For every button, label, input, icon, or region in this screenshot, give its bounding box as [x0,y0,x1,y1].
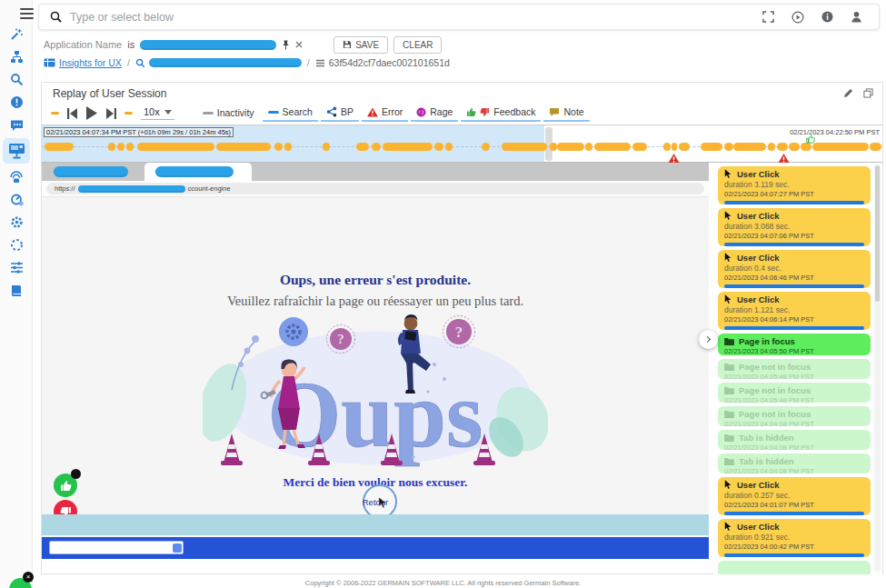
window-icon[interactable] [863,88,873,98]
timeline-event-marker[interactable] [663,143,671,151]
redacted-url [78,185,185,193]
timeline-event-marker[interactable] [672,143,677,151]
collapse-panel-button[interactable] [699,330,718,349]
nav-item-magic-wand[interactable] [5,25,28,44]
info-icon[interactable] [821,11,833,23]
event-card[interactable]: Tab is hidden 02/21/2023 04:04:08 PM PST [718,430,871,450]
fab-close-badge[interactable]: × [23,572,34,583]
timeline-event-marker[interactable] [812,143,869,151]
folder-icon [724,337,734,345]
save-button[interactable]: SAVE [333,36,388,54]
nav-item-alerts[interactable] [5,93,28,112]
folder-icon [724,386,734,394]
event-card[interactable]: Tab is hidden 02/21/2023 04:04:08 PM PST [718,453,871,473]
timeline-event-marker[interactable] [434,143,443,151]
event-card[interactable]: Page not in focus 02/21/2023 04:05:48 PM… [718,383,871,403]
nav-item-documentation[interactable] [5,281,28,300]
legend-bp-toggle[interactable]: BP [321,105,359,122]
event-card[interactable]: User Click duration 0.4 sec. 02/21/2023 … [718,250,871,288]
timeline-event-marker[interactable] [356,143,369,151]
error-subtitle: Veuillez rafraîchir la page ou réessayer… [42,294,709,309]
event-card[interactable]: Page not in focus 02/21/2023 04:04:08 PM… [718,406,871,426]
edit-icon[interactable] [843,88,853,98]
skip-to-start-button[interactable] [67,108,77,119]
zoom-in-timeline-button[interactable] [124,112,133,115]
global-search-input[interactable] [70,11,762,24]
timeline-event-marker[interactable] [594,143,631,151]
timeline-feedback-icon[interactable] [806,131,815,147]
legend-error-toggle[interactable]: Error [362,105,408,122]
event-card[interactable]: Page in focus 02/21/2023 04:05:50 PM PST [718,334,871,355]
nav-item-search[interactable] [5,70,28,89]
event-card[interactable]: User Click duration 0.257 sec. 02/21/202… [718,477,871,515]
nav-item-automation[interactable] [5,190,28,209]
menu-toggle-icon[interactable] [20,8,34,22]
nav-item-loading[interactable] [5,235,28,254]
nav-item-settings[interactable] [5,213,28,232]
event-card[interactable]: User Click duration 0.921 sec. 02/21/202… [718,519,871,557]
event-card[interactable]: User Click duration 3.068 sec. 02/21/202… [718,208,871,246]
timeline-event-marker[interactable] [701,143,722,151]
timeline-event-marker[interactable] [733,143,766,151]
timeline-event-marker[interactable] [502,143,547,151]
timeline-event-marker[interactable] [372,143,381,151]
timeline-event-marker[interactable] [632,143,647,151]
event-card[interactable]: User Click duration 3.119 sec. 02/21/202… [718,166,871,204]
legend-note-toggle[interactable]: Note [543,105,589,122]
event-card[interactable]: User Click duration 1.121 sec. 02/21/202… [718,292,871,330]
events-scrollbar[interactable] [874,164,881,572]
event-card[interactable] [718,561,871,574]
timeline-event-marker[interactable] [789,143,800,151]
user-icon[interactable] [851,11,862,23]
remove-filter-icon[interactable] [295,41,303,48]
fullscreen-icon[interactable] [762,11,774,23]
magnifier-icon [135,58,145,68]
legend-rage-toggle[interactable]: Rage [411,105,458,122]
nav-item-filters[interactable] [5,258,28,277]
timeline-event-marker[interactable] [768,143,775,151]
legend-search-toggle[interactable]: Search [263,105,318,122]
skip-to-end-button[interactable] [106,108,116,119]
timeline-event-marker[interactable] [216,143,271,151]
folder-icon [724,410,734,418]
event-timestamp: 02/21/2023 04:05:50 PM PST [724,347,864,355]
timeline-event-marker[interactable] [137,143,214,151]
legend-feedback-toggle[interactable]: Feedback [461,105,541,122]
zoom-out-timeline-button[interactable] [51,112,59,115]
breadcrumb-item-redacted[interactable] [135,58,302,68]
timeline-event-marker[interactable] [108,143,115,151]
clear-button[interactable]: CLEAR [393,36,442,54]
timeline-event-marker[interactable] [870,143,881,151]
timeline-event-marker[interactable] [383,143,433,151]
event-card[interactable]: Page not in focus 02/21/2023 04:05:48 PM… [718,359,871,379]
replayed-thumb-up-widget [54,473,77,497]
timeline-event-marker[interactable] [585,143,592,151]
nav-item-session-replay[interactable] [3,138,30,164]
timeline-event-marker[interactable] [482,143,490,151]
speed-select[interactable]: 10x [141,106,174,120]
timeline-scrubber[interactable]: 02/21/2023 04:07:34 PM PST (+01h 09m 29s… [42,125,882,163]
timeline-event-marker[interactable] [445,143,453,151]
play-button[interactable] [85,106,98,120]
timeline-event-marker[interactable] [550,143,557,151]
timeline-event-marker[interactable] [724,143,733,151]
timeline-event-marker[interactable] [45,143,74,151]
nav-item-topology[interactable] [5,47,28,66]
breadcrumb-item-insights[interactable]: Insights for UX [44,57,122,68]
timeline-event-marker[interactable] [323,143,330,151]
timeline-event-marker[interactable] [557,143,584,151]
event-timestamp: 02/21/2023 04:04:08 PM PST [724,420,864,426]
nav-item-monitoring[interactable] [5,167,28,186]
scrollbar-thumb[interactable] [875,165,880,302]
nav-item-chat[interactable] [5,115,28,135]
timeline-event-marker[interactable] [126,143,134,151]
pin-icon[interactable] [282,40,290,50]
event-progress-bar [724,243,864,246]
folder-icon [724,457,734,465]
play-circle-icon[interactable] [791,11,804,24]
timeline-end-label: 02/21/2023 04:22:50 PM PST [790,128,880,136]
events-panel: User Click duration 3.119 sec. 02/21/202… [714,163,882,574]
list-icon [315,59,325,67]
timeline-event-marker[interactable] [679,143,690,151]
timeline-event-marker[interactable] [777,143,788,151]
